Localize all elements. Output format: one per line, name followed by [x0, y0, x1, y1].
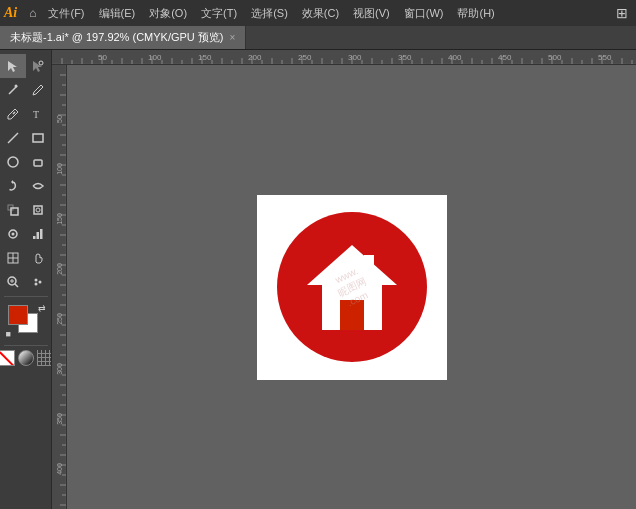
menu-file[interactable]: 文件(F)	[42, 4, 90, 23]
toolbar-divider	[4, 296, 48, 297]
menu-help[interactable]: 帮助(H)	[451, 4, 500, 23]
menu-view[interactable]: 视图(V)	[347, 4, 396, 23]
line-tool[interactable]	[0, 126, 26, 150]
menu-effect[interactable]: 效果(C)	[296, 4, 345, 23]
svg-rect-10	[34, 206, 42, 214]
svg-line-21	[15, 284, 18, 287]
direct-selection-tool[interactable]	[26, 54, 52, 78]
svg-text:500: 500	[548, 53, 562, 62]
tool-row-3: T	[0, 102, 51, 126]
tool-row-2	[0, 78, 51, 102]
swap-colors-icon[interactable]: ⇄	[38, 303, 46, 313]
svg-point-1	[14, 85, 17, 88]
svg-text:350: 350	[398, 53, 412, 62]
tool-row-4	[0, 126, 51, 150]
ruler-top: 50100150200250300350400450500550	[52, 50, 636, 65]
pen-tool[interactable]	[0, 78, 26, 102]
ruler-left: 50 100 150 200 250 300 350 400	[52, 65, 67, 509]
selection-tool[interactable]	[0, 54, 26, 78]
canvas-with-ruler: 50100150200250300350400450500550 50 100 …	[52, 50, 636, 509]
ellipse-tool[interactable]	[0, 150, 26, 174]
svg-rect-15	[37, 232, 40, 239]
hand-tool[interactable]	[26, 246, 52, 270]
svg-text:100: 100	[56, 163, 63, 175]
svg-rect-5	[33, 134, 43, 142]
canvas-row: 50 100 150 200 250 300 350 400	[52, 65, 636, 509]
rotate-tool[interactable]	[0, 174, 26, 198]
menu-window[interactable]: 窗口(W)	[398, 4, 450, 23]
svg-text:400: 400	[448, 53, 462, 62]
color-mode-row	[0, 348, 52, 368]
document-tab[interactable]: 未标题-1.ai* @ 197.92% (CMYK/GPU 预览) ×	[0, 26, 246, 49]
app-logo: Ai	[4, 5, 17, 21]
svg-rect-16	[40, 229, 43, 239]
symbol-tool[interactable]	[0, 222, 26, 246]
svg-text:350: 350	[56, 413, 63, 425]
reset-colors-icon[interactable]: ■	[6, 329, 11, 339]
toolbar: T	[0, 50, 52, 509]
svg-rect-8	[11, 208, 18, 215]
none-color-swatch[interactable]	[0, 350, 15, 366]
svg-text:300: 300	[348, 53, 362, 62]
svg-text:50: 50	[98, 53, 107, 62]
svg-point-6	[8, 157, 18, 167]
warp-tool[interactable]	[26, 174, 52, 198]
menu-text[interactable]: 文字(T)	[195, 4, 243, 23]
free-transform-tool[interactable]	[26, 198, 52, 222]
svg-rect-151	[364, 255, 374, 275]
text-tool[interactable]: T	[26, 102, 52, 126]
tab-title: 未标题-1.ai* @ 197.92% (CMYK/GPU 预览)	[10, 30, 224, 45]
rect-tool[interactable]	[26, 126, 52, 150]
tool-row-9	[0, 246, 51, 270]
tool-row-6	[0, 174, 51, 198]
canvas-area[interactable]: www. 昵图网 .com	[67, 65, 636, 509]
brush-tool[interactable]	[0, 102, 26, 126]
svg-line-4	[8, 133, 18, 143]
home-circle-graphic: www. 昵图网 .com	[277, 212, 427, 362]
svg-point-0	[39, 61, 43, 65]
svg-point-13	[11, 233, 14, 236]
menu-select[interactable]: 选择(S)	[245, 4, 294, 23]
svg-line-2	[13, 112, 15, 114]
tool-row-8	[0, 222, 51, 246]
tab-close-button[interactable]: ×	[230, 33, 236, 43]
svg-point-25	[35, 283, 38, 286]
svg-rect-7	[34, 160, 42, 166]
tool-row-7	[0, 198, 51, 222]
svg-rect-152	[340, 300, 364, 330]
home-icon[interactable]: ⌂	[25, 6, 40, 20]
slice-tool[interactable]	[0, 246, 26, 270]
zoom-tool[interactable]	[0, 270, 26, 294]
svg-text:250: 250	[56, 313, 63, 325]
tab-bar: 未标题-1.ai* @ 197.92% (CMYK/GPU 预览) ×	[0, 26, 636, 50]
svg-text:550: 550	[598, 53, 612, 62]
menu-edit[interactable]: 编辑(E)	[93, 4, 142, 23]
menu-bar: Ai ⌂ 文件(F) 编辑(E) 对象(O) 文字(T) 选择(S) 效果(C)…	[0, 0, 636, 26]
eraser-tool[interactable]	[26, 150, 52, 174]
svg-text:200: 200	[56, 263, 63, 275]
tool-row-1	[0, 54, 51, 78]
svg-text:200: 200	[248, 53, 262, 62]
extra-tool[interactable]	[26, 270, 52, 294]
gradient-swatch[interactable]	[37, 350, 53, 366]
foreground-color-swatch[interactable]	[8, 305, 28, 325]
menu-object[interactable]: 对象(O)	[143, 4, 193, 23]
svg-text:150: 150	[198, 53, 212, 62]
svg-text:250: 250	[298, 53, 312, 62]
home-svg-icon	[302, 240, 402, 335]
grid-icon[interactable]: ⊞	[612, 3, 632, 23]
tool-row-5	[0, 150, 51, 174]
color-swatch-area: ⇄ ■	[4, 303, 48, 339]
scale-tool[interactable]	[0, 198, 26, 222]
svg-point-26	[39, 281, 42, 284]
svg-point-11	[36, 208, 40, 212]
tool-row-zoom	[0, 270, 51, 294]
svg-text:400: 400	[56, 463, 63, 475]
toolbar-divider-2	[4, 345, 48, 346]
svg-rect-14	[33, 236, 36, 239]
pencil-tool[interactable]	[26, 78, 52, 102]
svg-text:300: 300	[56, 363, 63, 375]
color-mode-swatch[interactable]	[18, 350, 34, 366]
svg-text:150: 150	[56, 213, 63, 225]
chart-tool[interactable]	[26, 222, 52, 246]
